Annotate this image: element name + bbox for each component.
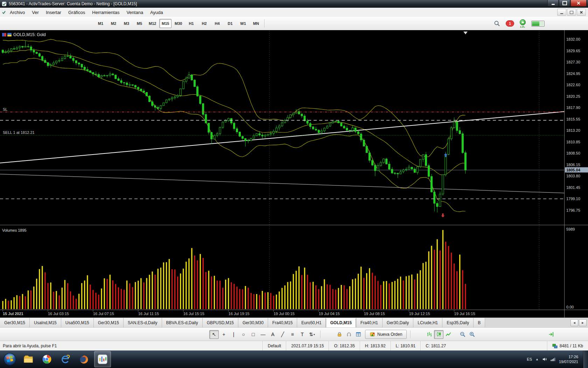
symbol-tab-euro50-h1[interactable]: Euro50,H1 <box>297 318 326 328</box>
timeframe-m30-button[interactable]: M30 <box>172 19 184 28</box>
ellipse-tool[interactable]: ○ <box>239 330 248 339</box>
traffic-label: 8481 / 11 Kb <box>560 343 583 348</box>
taskbar-firefox-button[interactable] <box>76 351 92 367</box>
text-tool[interactable]: A <box>268 330 278 339</box>
symbol-tab-ger30-m15[interactable]: Ger30,M15 <box>94 318 124 328</box>
autotrading-lock-button[interactable] <box>335 330 344 339</box>
minimize-button[interactable] <box>547 0 559 7</box>
chart-shift-button[interactable] <box>546 330 556 339</box>
sounds-button[interactable] <box>344 330 354 339</box>
symbol-tab-fra40-h1[interactable]: Fra40,H1 <box>356 318 383 328</box>
restore-button[interactable] <box>559 0 570 7</box>
symbol-tab-usa500-m15[interactable]: Usa500,M15 <box>61 318 94 328</box>
zoom-in-button[interactable] <box>467 330 477 339</box>
timeframe-d1-button[interactable]: D1 <box>224 19 236 28</box>
price-tick-label: 1832.00 <box>566 37 580 41</box>
time-axis-label: 19 Jul 16:15 <box>454 312 475 316</box>
minimize-icon <box>552 4 555 5</box>
fibonacci-tool[interactable]: ≡ <box>288 330 297 339</box>
lvl-indicator[interactable]: LVL <box>520 19 526 28</box>
start-button[interactable] <box>1 351 18 367</box>
zoom-out-icon <box>460 332 465 337</box>
taskbar-clock[interactable]: 17:26 19/07/2021 <box>559 354 578 364</box>
symbol-tab-ger30-m15[interactable]: Ger30,M15 <box>0 318 30 328</box>
symbol-tab-esp35-daily[interactable]: Esp35,Daily <box>442 318 474 328</box>
menu-ver[interactable]: Ver <box>28 8 42 17</box>
menu-ventana[interactable]: Ventana <box>123 8 147 17</box>
symbol-tab-bbva-es-d-daily[interactable]: BBVA.ES-d,Daily <box>162 318 203 328</box>
zoom-out-button[interactable] <box>458 330 467 339</box>
price-tick-label: 1820.25 <box>566 94 580 98</box>
timeframe-m2-button[interactable]: M2 <box>107 19 120 28</box>
start-orb-icon <box>3 353 16 366</box>
timeframe-m5-button[interactable]: M5 <box>133 19 146 28</box>
show-desktop-button[interactable] <box>583 350 588 368</box>
volume-min-label: 0.00 <box>566 305 574 309</box>
speaker-icon[interactable] <box>542 357 547 362</box>
tray-expand-icon[interactable]: ▲ <box>536 357 539 361</box>
taskbar-metatrader-button[interactable] <box>94 351 111 367</box>
menu-gráficos[interactable]: Gráficos <box>65 8 89 17</box>
new-order-button[interactable]: Nueva Orden <box>365 330 407 339</box>
network-signal-icon[interactable] <box>551 357 555 362</box>
mdi-close-button[interactable] <box>577 9 586 16</box>
label-tool[interactable]: T <box>298 330 307 339</box>
timeframe-h2-button[interactable]: H2 <box>198 19 210 28</box>
menu-archivo[interactable]: Archivo <box>6 8 28 17</box>
line-chart-button[interactable] <box>443 330 453 339</box>
arrows-tool[interactable]: ⇅▾ <box>307 330 317 339</box>
tab-scroll-right-button[interactable]: ► <box>579 319 587 326</box>
timeframe-m15-button[interactable]: M15 <box>159 19 172 28</box>
tab-scroll-left-button[interactable]: ◄ <box>570 319 578 326</box>
new-order-label: Nueva Orden <box>377 332 402 337</box>
time-axis-label: 19 Jul 08:15 <box>364 312 385 316</box>
language-indicator[interactable]: ES <box>527 357 532 361</box>
timeframe-m3-button[interactable]: M3 <box>120 19 133 28</box>
timeframe-w1-button[interactable]: W1 <box>237 19 249 28</box>
search-icon[interactable] <box>494 20 500 27</box>
symbol-tab-ger30-daily[interactable]: Ger30,Daily <box>383 318 413 328</box>
symbol-tab-usaind-m15[interactable]: UsaInd,M15 <box>30 318 61 328</box>
menu-insertar[interactable]: Insertar <box>42 8 65 17</box>
timeframe-h4-button[interactable]: H4 <box>211 19 223 28</box>
symbol-tab-fra40-m15[interactable]: Fra40,M15 <box>268 318 297 328</box>
menu-herramientas[interactable]: Herramientas <box>89 8 123 17</box>
folder-icon <box>23 354 34 364</box>
time-axis-label: 19 Jul 12:15 <box>409 312 430 316</box>
ellipse-tool-icon: ○ <box>242 332 245 337</box>
symbol-tab-gold-m15[interactable]: GOLD,M15 <box>326 318 356 328</box>
symbol-tab-ger30-m30[interactable]: Ger30,M30 <box>238 318 268 328</box>
trendline-tool[interactable]: ╱ <box>278 330 287 339</box>
cursor-tool[interactable]: ↖ <box>209 330 219 339</box>
candle-chart-button[interactable] <box>434 330 443 339</box>
horizontal-line-tool[interactable]: — <box>258 330 268 339</box>
timeframe-mn-button[interactable]: MN <box>250 19 262 28</box>
close-button[interactable] <box>570 0 587 7</box>
timeframe-m1-button[interactable]: M1 <box>94 19 107 28</box>
rectangle-tool[interactable]: □ <box>248 330 258 339</box>
taskbar-explorer-button[interactable] <box>20 351 37 367</box>
mdi-minimize-button[interactable] <box>557 9 566 16</box>
price-chart[interactable]: SLSELL 1 at 1812.21GOLD,M15: GoldVolumes… <box>0 30 588 318</box>
crosshair-tool[interactable]: + <box>219 330 229 339</box>
mdi-restore-button[interactable] <box>567 9 576 16</box>
symbol-tab-san-es-d-daily[interactable]: SAN.ES-d,Daily <box>124 318 162 328</box>
statusbar-profile[interactable]: Default <box>262 341 286 351</box>
vertical-line-tool[interactable]: | <box>229 330 238 339</box>
notification-badge[interactable]: 1 <box>506 20 514 27</box>
bar-chart-button[interactable] <box>425 330 434 339</box>
window-icon <box>356 332 361 337</box>
symbol-tab-lcrude-h1[interactable]: LCrude,H1 <box>413 318 442 328</box>
taskbar-ie-button[interactable] <box>57 351 74 367</box>
symbol-tab-b[interactable]: B <box>474 318 485 328</box>
taskbar-chrome-button[interactable] <box>38 351 55 367</box>
timeframe-h1-button[interactable]: H1 <box>185 19 197 28</box>
menu-ayuda[interactable]: Ayuda <box>147 8 167 17</box>
price-tick-label: 1824.95 <box>566 71 580 76</box>
timeframe-m12-button[interactable]: M12 <box>146 19 159 28</box>
chart-panel[interactable]: SLSELL 1 at 1812.21GOLD,M15: GoldVolumes… <box>0 30 588 318</box>
new-window-button[interactable] <box>354 330 363 339</box>
toolbar-separator <box>320 330 321 338</box>
symbol-tab-gbpusd-m15[interactable]: GBPUSD,M15 <box>203 318 238 328</box>
time-axis-label: 16 Jul 03:15 <box>48 312 69 316</box>
